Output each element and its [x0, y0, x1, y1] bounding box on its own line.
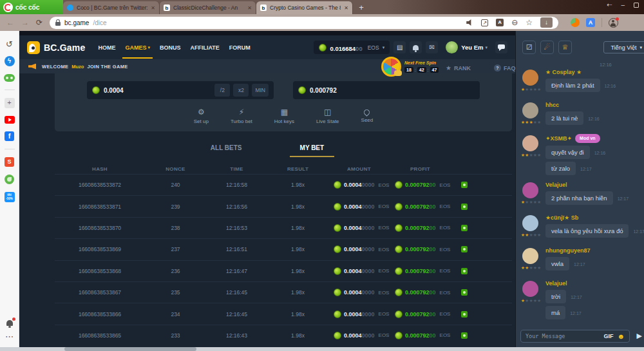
tiki-sale-icon[interactable]: tiki-50% [5, 192, 15, 202]
translate-icon[interactable]: A [496, 19, 504, 26]
youtube-icon[interactable] [5, 116, 15, 124]
messages-button[interactable]: ✉ [426, 41, 438, 53]
avatar[interactable] [522, 182, 538, 198]
chat-username[interactable]: hhcc [545, 101, 639, 109]
verify-fairness-icon[interactable] [461, 268, 468, 274]
table-row[interactable]: 16608638533866 234 12:16:45 1.98x 0.0004… [55, 303, 512, 324]
more-options-icon[interactable]: ⋯ [5, 332, 14, 341]
browser-tab-1[interactable]: Coco | BC.Game trên Twitter: ✕ [63, 1, 160, 14]
tab-close-icon[interactable]: ✕ [151, 5, 155, 11]
coccoc-brand[interactable]: cốc cốc [0, 0, 63, 14]
avatar[interactable] [522, 248, 538, 264]
chat-username[interactable]: Velajuel [545, 181, 639, 189]
username[interactable]: Yeu Em [461, 44, 483, 51]
chat-message-input[interactable]: Your Message GIF ☻ [520, 330, 630, 343]
hot-games-button[interactable]: ☄ [540, 41, 554, 54]
min-bet-button[interactable]: MIN [252, 84, 269, 97]
browser-tab-3-active[interactable]: b Crypto Casino Games - The 8 ✕ [256, 1, 353, 14]
bet-amount-input[interactable]: 0.0004 /2 x2 MIN [87, 81, 274, 99]
table-row[interactable]: 16608638533870 238 12:16:53 1.98x 0.0004… [55, 217, 512, 238]
live-stats-button[interactable]: ◫Live State [316, 108, 339, 124]
notifications-bell-icon[interactable] [6, 320, 13, 326]
verify-fairness-icon[interactable] [461, 246, 468, 252]
adblock-extension-icon[interactable] [571, 18, 580, 27]
profit-on-win-field[interactable]: 0.000792 [293, 81, 480, 99]
nav-affiliate[interactable]: AFFILIATE [190, 44, 219, 51]
notifications-button[interactable] [410, 41, 422, 53]
external-link-icon[interactable]: ↗ [481, 19, 488, 26]
wallet-button[interactable]: ▤ [393, 41, 406, 53]
minimize-icon[interactable]: – [621, 1, 625, 8]
nav-forum[interactable]: FORUM [229, 44, 251, 51]
back-icon[interactable]: ← [6, 18, 14, 27]
shopee-icon[interactable]: S [5, 157, 14, 167]
tab-close-icon[interactable]: ✕ [247, 5, 252, 11]
nav-games[interactable]: GAMES▾ [125, 44, 150, 51]
new-tab-button[interactable]: + [353, 0, 370, 14]
table-row[interactable]: 16608638533871 239 12:16:56 1.98x 0.0004… [55, 195, 512, 216]
verify-fairness-icon[interactable] [461, 204, 468, 210]
zoom-out-icon[interactable]: ⊖ [511, 18, 518, 27]
profile-icon[interactable] [609, 18, 618, 28]
avatar[interactable] [522, 70, 538, 86]
setup-button[interactable]: ⚙Set up [194, 108, 209, 124]
emoji-button[interactable]: ☻ [617, 333, 625, 340]
avatar[interactable] [522, 281, 538, 297]
messenger-icon[interactable]: ϟ [5, 56, 15, 66]
double-bet-button[interactable]: x2 [233, 84, 249, 97]
chat-username[interactable]: ★ Cosplay ★ [545, 68, 639, 76]
gif-button[interactable]: GIF [603, 333, 613, 339]
balance-selector[interactable]: 0.01668400 EOS ▾ [314, 41, 390, 54]
browser-tab-2[interactable]: b ClassicDiceChallenge - An ✕ [160, 1, 256, 14]
chat-username[interactable]: ✦XSMB✦ Mod vn [545, 134, 639, 143]
refresh-icon[interactable]: ⟳ [36, 18, 43, 27]
free-spin-widget[interactable]: Next Free Spin 18: 42: 47 [381, 57, 439, 77]
faq-button[interactable]: ? FAQ [494, 64, 516, 71]
sound-icon[interactable] [466, 19, 473, 26]
verify-fairness-icon[interactable] [461, 332, 468, 339]
table-row[interactable]: 16608638533869 237 12:16:51 1.98x 0.0004… [55, 238, 512, 260]
chat-toggle-button[interactable] [495, 41, 507, 53]
verify-fairness-icon[interactable] [461, 182, 468, 188]
table-row[interactable]: 16608638533872 240 12:16:58 1.98x 0.0004… [55, 174, 512, 195]
site-logo-text[interactable]: BC.Game [44, 43, 85, 53]
history-icon[interactable]: ↺ [6, 40, 13, 48]
nav-bonus[interactable]: BONUS [160, 44, 181, 51]
language-selector[interactable]: Tiếng Việt▾ [603, 41, 644, 53]
download-icon[interactable]: ↓ [540, 17, 553, 28]
table-row[interactable]: 16608638533868 236 12:16:47 1.98x 0.0004… [55, 260, 512, 281]
half-bet-button[interactable]: /2 [214, 84, 230, 97]
tab-all-bets[interactable]: ALL BETS [200, 144, 252, 157]
chat-username[interactable]: ★cünjï★ Sb [545, 214, 639, 222]
games-controller-icon[interactable] [4, 74, 15, 82]
seed-button[interactable]: Seed [361, 108, 374, 124]
nav-home[interactable]: HOME [98, 44, 115, 51]
chat-username[interactable]: nhungnguyen87 [545, 247, 639, 254]
tab-my-bet[interactable]: MY BET [290, 144, 335, 157]
tab-search-icon[interactable]: ⇠ [607, 1, 612, 8]
facebook-icon[interactable]: f [5, 131, 14, 141]
hot-keys-button[interactable]: ▦Hot keys [274, 108, 294, 124]
contest-button[interactable]: ♕ [558, 41, 572, 54]
restore-icon[interactable] [634, 3, 639, 8]
add-shortcut-button[interactable]: + [5, 98, 15, 108]
scrollbar-thumb[interactable] [64, 347, 196, 351]
bcgame-logo-icon[interactable] [27, 41, 40, 54]
verify-fairness-icon[interactable] [461, 289, 468, 296]
user-avatar[interactable] [446, 41, 458, 53]
turbo-bet-button[interactable]: ⚡Turbo bet [231, 108, 252, 124]
table-row[interactable]: 16608638533867 235 12:16:45 1.98x 0.0004… [55, 281, 512, 303]
tab-close-icon[interactable]: ✕ [344, 5, 348, 11]
bookmark-star-icon[interactable]: ☆ [526, 18, 533, 27]
address-bar[interactable]: bc.game /dice ↗ A ⊖ ☆ ↓ [50, 17, 558, 29]
dice-game-button[interactable]: ⚂ [522, 41, 536, 54]
forward-icon[interactable]: → [21, 18, 29, 27]
horizontal-scrollbar[interactable] [0, 347, 644, 351]
avatar[interactable] [522, 215, 538, 231]
verify-fairness-icon[interactable] [461, 225, 468, 231]
green-app-icon[interactable] [5, 175, 14, 184]
rank-button[interactable]: ★ RANK [446, 64, 471, 71]
translate-extension-icon[interactable]: A [586, 18, 595, 27]
avatar[interactable] [522, 102, 538, 119]
verify-fairness-icon[interactable] [461, 311, 468, 318]
